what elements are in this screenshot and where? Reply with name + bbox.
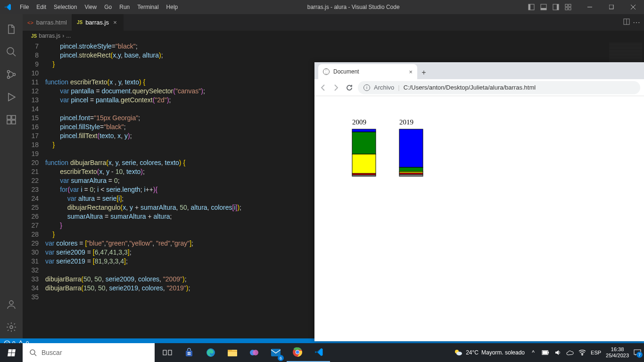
search-placeholder: Buscar: [41, 349, 62, 356]
breadcrumb-file: barras.js: [39, 33, 60, 39]
menu-edit[interactable]: Edit: [33, 0, 50, 14]
svg-rect-6: [565, 4, 568, 7]
microsoft-store-icon[interactable]: [178, 343, 200, 362]
breadcrumbs[interactable]: JS barras.js › ...: [23, 31, 644, 41]
back-icon[interactable]: [318, 83, 328, 92]
svg-point-60: [456, 352, 462, 355]
split-editor-icon[interactable]: [623, 18, 630, 27]
tabs-actions: ⋯: [619, 14, 644, 31]
svg-rect-5: [557, 4, 559, 10]
svg-rect-3: [541, 8, 546, 10]
language-indicator[interactable]: ESP: [591, 350, 601, 355]
reload-icon[interactable]: [345, 83, 354, 92]
tray-chevron-icon[interactable]: ^: [529, 349, 537, 356]
window-controls: [579, 0, 644, 14]
edge-icon[interactable]: [200, 343, 222, 362]
source-control-icon[interactable]: [0, 63, 23, 86]
line-numbers: 7891011121314151617181920212223242526272…: [23, 41, 45, 338]
svg-line-15: [13, 53, 16, 56]
vscode-icon: [0, 3, 16, 11]
weather-widget[interactable]: 24°C Mayorm. soleado: [454, 348, 525, 357]
clock-date: 25/4/2023: [606, 353, 629, 359]
browser-tab[interactable]: Document ×: [318, 64, 417, 79]
menu-file[interactable]: File: [16, 0, 33, 14]
maximize-button[interactable]: [601, 0, 622, 14]
close-tab-icon[interactable]: ×: [409, 68, 413, 75]
tab-barras-html[interactable]: <>barras.html: [23, 14, 72, 31]
start-button[interactable]: [0, 343, 23, 362]
browser-tabstrip: Document × +: [314, 62, 644, 79]
svg-rect-41: [399, 174, 423, 176]
run-debug-icon[interactable]: [0, 86, 23, 108]
toggle-secondary-sidebar-icon[interactable]: [550, 0, 562, 14]
svg-rect-7: [569, 4, 571, 7]
mail-icon[interactable]: 6: [265, 343, 287, 362]
activity-bar: [0, 14, 23, 338]
svg-rect-37: [399, 129, 423, 167]
wifi-icon[interactable]: [578, 349, 586, 356]
vscode-taskbar-icon[interactable]: [308, 343, 330, 362]
menu-run[interactable]: Run: [116, 0, 133, 14]
extensions-icon[interactable]: [0, 108, 23, 131]
svg-point-14: [7, 48, 14, 54]
weather-text: Mayorm. soleado: [481, 349, 525, 356]
chrome-icon[interactable]: [287, 343, 308, 362]
close-icon[interactable]: ×: [112, 19, 118, 26]
minimize-button[interactable]: [579, 0, 601, 14]
svg-rect-63: [543, 351, 548, 354]
taskbar-pinned-apps: 6: [157, 343, 330, 362]
svg-point-64: [582, 354, 583, 355]
svg-rect-45: [168, 350, 172, 355]
search-icon[interactable]: [0, 41, 23, 63]
customize-layout-icon[interactable]: [562, 0, 574, 14]
taskbar-search[interactable]: Buscar: [23, 343, 155, 362]
svg-rect-50: [190, 354, 191, 355]
browser-toolbar: i Archivo | C:/Users/anton/Desktop/Julie…: [314, 79, 644, 96]
accounts-icon[interactable]: [0, 293, 23, 316]
svg-text:2009: 2009: [352, 118, 366, 126]
toggle-primary-sidebar-icon[interactable]: [525, 0, 537, 14]
browser-window: Document × + i Archivo | C:/Users/anton/…: [314, 62, 644, 341]
copilot-icon[interactable]: [243, 343, 265, 362]
svg-rect-20: [7, 120, 11, 124]
clock[interactable]: 16:38 25/4/2023: [606, 346, 629, 359]
task-view-icon[interactable]: [157, 343, 178, 362]
tab-barras-js[interactable]: JSbarras.js×: [72, 14, 124, 31]
onedrive-icon[interactable]: [566, 349, 574, 356]
menu-selection[interactable]: Selection: [50, 0, 81, 14]
svg-rect-11: [609, 5, 613, 9]
menu-view[interactable]: View: [81, 0, 100, 14]
browser-tab-title: Document: [333, 68, 359, 75]
menu-help[interactable]: Help: [163, 0, 182, 14]
explorer-icon[interactable]: [0, 18, 23, 41]
svg-rect-19: [7, 115, 11, 119]
window-title: barras.js - alura - Visual Studio Code: [182, 4, 525, 10]
toggle-panel-icon[interactable]: [537, 0, 550, 14]
weather-temp: 24°C: [466, 349, 479, 356]
close-button[interactable]: [622, 0, 644, 14]
address-bar[interactable]: i Archivo | C:/Users/anton/Desktop/Julie…: [358, 81, 640, 94]
browser-viewport: 20092019: [314, 96, 644, 341]
svg-rect-44: [163, 350, 166, 355]
forward-icon[interactable]: [331, 83, 341, 92]
svg-rect-46: [186, 351, 192, 356]
svg-rect-9: [569, 8, 571, 10]
notifications-icon[interactable]: 7: [634, 349, 641, 356]
menu-bar: FileEditSelectionViewGoRunTerminalHelp: [16, 0, 182, 14]
new-tab-button[interactable]: +: [417, 66, 430, 79]
svg-rect-62: [548, 352, 549, 354]
battery-icon[interactable]: [542, 349, 549, 356]
more-actions-icon[interactable]: ⋯: [633, 18, 640, 27]
menu-go[interactable]: Go: [100, 0, 116, 14]
settings-gear-icon[interactable]: [0, 316, 23, 338]
info-icon: i: [363, 84, 370, 91]
svg-point-18: [13, 74, 16, 76]
address-path: C:/Users/anton/Desktop/Julieta/alura/bar…: [404, 84, 536, 91]
notif-badge: 7: [636, 352, 643, 358]
volume-icon[interactable]: [554, 349, 561, 356]
file-explorer-icon[interactable]: [222, 343, 243, 362]
menu-terminal[interactable]: Terminal: [133, 0, 162, 14]
svg-point-58: [296, 351, 299, 354]
svg-point-17: [8, 76, 10, 79]
editor-tabs: <>barras.htmlJSbarras.js× ⋯: [23, 14, 644, 31]
